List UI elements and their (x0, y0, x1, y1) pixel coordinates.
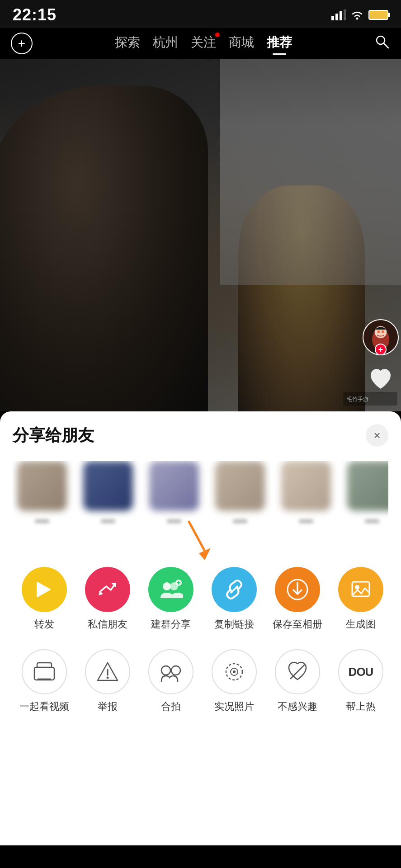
svg-rect-1 (335, 14, 338, 20)
search-icon[interactable] (374, 33, 390, 54)
close-button[interactable]: × (366, 424, 388, 447)
orange-arrow (180, 517, 216, 562)
battery-icon (368, 10, 388, 20)
live-icon (212, 649, 257, 694)
wifi-icon (350, 9, 364, 20)
save-label: 保存至相册 (273, 618, 322, 631)
status-bar: 22:15 (0, 0, 401, 28)
report-icon (85, 649, 130, 694)
contact-name-3: •••• (167, 515, 181, 527)
contact-avatar-4 (215, 461, 265, 511)
nointerest-label: 不感兴趣 (278, 700, 317, 713)
action-report[interactable]: 举报 (76, 649, 139, 713)
contact-avatar-5 (281, 461, 331, 511)
action-group[interactable]: 建群分享 (139, 567, 203, 631)
svg-rect-28 (34, 667, 54, 680)
action-collab[interactable]: 合拍 (139, 649, 203, 713)
svg-rect-2 (340, 11, 342, 20)
actions-row-2: 一起看视频 举报 合拍 (13, 649, 388, 713)
collab-icon (148, 649, 193, 694)
contact-avatar-3 (149, 461, 199, 511)
status-icons (331, 9, 388, 20)
svg-rect-17 (37, 582, 39, 597)
sheet-header: 分享给朋友 × (13, 424, 388, 447)
help-label: 帮上热 (346, 700, 376, 713)
nav-tabs: 探索 杭州 关注 商城 推荐 (115, 34, 292, 53)
svg-line-6 (384, 43, 388, 48)
group-label: 建群分享 (151, 618, 191, 631)
contact-avatar-1 (17, 461, 67, 511)
sheet-title: 分享给朋友 (13, 425, 94, 447)
video-sidebar: + (360, 319, 401, 402)
svg-point-4 (356, 18, 359, 20)
actions-row-1: 转发 私信朋友 (13, 567, 388, 631)
collab-label: 合拍 (161, 700, 181, 713)
nav-bar: + 探索 杭州 关注 商城 推荐 (0, 28, 401, 59)
nointerest-icon (275, 649, 320, 694)
watch-label: 一起看视频 (19, 700, 69, 713)
add-button[interactable]: + (11, 33, 33, 54)
tab-hangzhou[interactable]: 杭州 (153, 34, 178, 53)
svg-rect-0 (331, 16, 334, 20)
contact-name-1: •••• (35, 515, 49, 527)
live-label: 实况照片 (214, 700, 254, 713)
contact-avatar-6 (347, 461, 388, 511)
svg-point-37 (233, 670, 236, 673)
watch-icon (22, 649, 67, 694)
svg-point-34 (171, 666, 180, 675)
contact-item[interactable]: •••• (79, 461, 137, 527)
action-forward[interactable]: 转发 (13, 567, 76, 631)
contact-item[interactable]: •••• (13, 461, 71, 527)
follow-button[interactable]: + (375, 344, 387, 355)
action-live[interactable]: 实况照片 (203, 649, 266, 713)
report-label: 举报 (98, 700, 118, 713)
contact-item[interactable]: •••• (277, 461, 335, 527)
action-copy-link[interactable]: 复制链接 (203, 567, 266, 631)
svg-point-10 (377, 330, 380, 333)
status-time: 22:15 (13, 5, 57, 24)
home-indicator (156, 858, 246, 861)
contact-name-4: •••• (233, 515, 247, 527)
contact-name-5: •••• (299, 515, 313, 527)
message-label: 私信朋友 (88, 618, 127, 631)
creator-avatar[interactable]: + (363, 319, 399, 355)
copy-link-label: 复制链接 (214, 618, 254, 631)
svg-rect-26 (352, 582, 369, 596)
arrow-container (13, 549, 388, 576)
action-nointerest[interactable]: 不感兴趣 (266, 649, 329, 713)
background-building (220, 59, 401, 285)
svg-marker-16 (38, 582, 51, 597)
contact-item[interactable]: •••• (343, 461, 388, 527)
dou-badge: DOU (349, 665, 373, 679)
contact-item[interactable]: •••• (211, 461, 269, 527)
contact-avatar-2 (83, 461, 133, 511)
contact-name-6: •••• (365, 515, 379, 527)
share-bottom-sheet: 分享给朋友 × •••• •••• •••• •••• •••• •••• (0, 411, 401, 845)
action-message[interactable]: 私信朋友 (76, 567, 139, 631)
watermark-logo: 毛竹手游 (343, 392, 397, 406)
person-left-figure (0, 86, 208, 411)
forward-label: 转发 (34, 618, 54, 631)
contact-name-2: •••• (101, 515, 115, 527)
action-save[interactable]: 保存至相册 (266, 567, 329, 631)
svg-point-11 (382, 330, 384, 333)
action-generate[interactable]: 生成图 (329, 567, 388, 631)
tab-explore[interactable]: 探索 (115, 34, 140, 53)
dou-icon: DOU (338, 649, 383, 694)
action-help[interactable]: DOU 帮上热 (329, 649, 388, 713)
tab-follow[interactable]: 关注 (191, 34, 216, 53)
generate-label: 生成图 (346, 618, 376, 631)
svg-rect-3 (344, 9, 346, 20)
like-button[interactable] (367, 366, 394, 393)
watermark: 毛竹手游 (343, 392, 397, 408)
svg-line-14 (189, 522, 205, 551)
tab-shop[interactable]: 商城 (229, 34, 254, 53)
video-area: + 毛竹手游 (0, 59, 401, 411)
tab-recommend[interactable]: 推荐 (267, 34, 292, 53)
svg-point-33 (161, 666, 170, 675)
svg-point-27 (355, 585, 359, 590)
svg-line-23 (231, 586, 237, 593)
signal-icon (331, 9, 346, 20)
svg-point-18 (163, 582, 171, 590)
action-watch[interactable]: 一起看视频 (13, 649, 76, 713)
